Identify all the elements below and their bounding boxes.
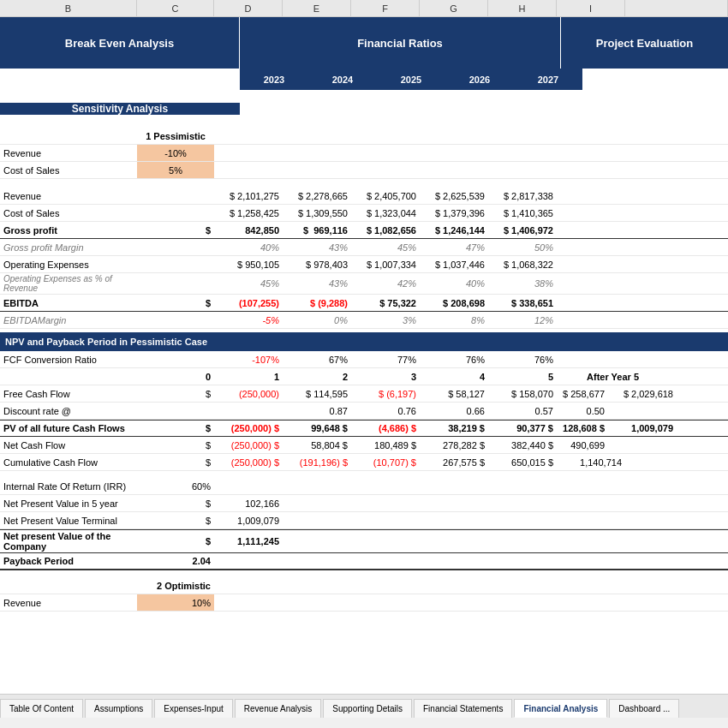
empty <box>137 351 214 367</box>
ncf-sign: $ <box>137 437 214 453</box>
after-year-5: After Year 5 <box>557 368 642 385</box>
rev-optimistic-row: Revenue 10% <box>0 594 728 612</box>
fcf-conv-label: FCF Conversion Ratio <box>0 351 137 367</box>
tab-financial-analysis[interactable]: Financial Analysis <box>514 699 607 718</box>
year-2026: 2026 <box>445 69 514 90</box>
opex-pct-2024: 43% <box>283 273 351 294</box>
cogs-2025: $ 1,323,044 <box>351 205 420 221</box>
col-h: H <box>488 0 557 16</box>
irr-row: Internal Rate Of Return (IRR) 60% <box>0 478 728 495</box>
em-2027: 12% <box>488 312 557 328</box>
fcf-0: (250,000) <box>214 385 283 402</box>
pv-5: 128,608 $ <box>557 421 608 436</box>
cogs-2027: $ 1,410,365 <box>488 205 557 221</box>
gp-dollar: $ <box>137 222 214 238</box>
empty-f <box>351 128 420 144</box>
gm-2026: 47% <box>420 239 488 255</box>
optimistic-label: 2 Optimistic <box>137 577 214 594</box>
revenue-label: Revenue <box>0 188 137 204</box>
empty <box>0 577 137 594</box>
col-f: F <box>351 0 420 16</box>
disc-3: 0.66 <box>420 403 488 419</box>
opex-2024: $ 978,403 <box>283 256 351 272</box>
tab-supporting-details[interactable]: Supporting Details <box>323 699 412 718</box>
pv-sign: $ <box>137 421 214 436</box>
gp-2026: $ 1,246,144 <box>420 222 488 238</box>
em-2024: 0% <box>283 312 351 328</box>
empty <box>137 403 214 419</box>
npv-term-label: Net Present Value Terminal <box>0 512 137 528</box>
pv-label: PV of all future Cash Flows <box>0 421 137 436</box>
empty-h <box>488 128 557 144</box>
revenue-pct-value: -10% <box>137 145 214 161</box>
disc-2: 0.76 <box>351 403 420 419</box>
sensitivity-header-row: Sensitivity Analysis <box>0 95 728 122</box>
ebitda-2025: $ 75,322 <box>351 295 420 311</box>
rev-opt-label: Revenue <box>0 594 137 611</box>
cogs-label: Cost of Sales <box>0 205 137 221</box>
opex-pct-2026: 40% <box>420 273 488 294</box>
period-3: 3 <box>351 368 420 385</box>
fcf-conv-4: 76% <box>488 351 557 367</box>
tab-revenue-analysis[interactable]: Revenue Analysis <box>235 699 322 718</box>
year-2027: 2027 <box>514 69 582 90</box>
column-headers: B C D E F G H I <box>0 0 728 17</box>
pessimistic-label: 1 Pessimistic <box>137 128 214 144</box>
ncf-1: 58,804 $ <box>283 437 351 453</box>
optimistic-row: 2 Optimistic <box>0 577 728 594</box>
fcf-2: $ (6,197) <box>351 385 420 402</box>
gross-profit-label: Gross profit <box>0 222 137 238</box>
col-i: I <box>557 0 625 16</box>
empty <box>351 162 420 178</box>
ncf-2: 180,489 $ <box>351 437 420 453</box>
rev-opt-pct: 10% <box>137 594 214 611</box>
pv-row: PV of all future Cash Flows $ (250,000) … <box>0 420 728 437</box>
tab-table-of-content[interactable]: Table Of Content <box>0 699 83 718</box>
cogs-2024: $ 1,309,550 <box>283 205 351 221</box>
em-2023: -5% <box>214 312 283 328</box>
ebitda-2023: (107,255) <box>214 295 283 311</box>
rev-2025: $ 2,405,700 <box>351 188 420 204</box>
ncf-0: (250,000) $ <box>214 437 283 453</box>
npv5-sign: $ <box>137 495 214 511</box>
fcf-4: $ 158,070 <box>488 385 557 402</box>
opex-2027: $ 1,068,322 <box>488 256 557 272</box>
npv-section-header: NPV and Payback Period in Pessimistic Ca… <box>0 332 728 351</box>
empty <box>283 145 351 161</box>
gross-margin-label: Gross profit Margin <box>0 239 137 255</box>
empty-g <box>420 128 488 144</box>
opex-row: Operating Expenses $ 950,105 $ 978,403 $… <box>0 256 728 273</box>
irr-value: 60% <box>137 478 214 494</box>
ebitda-margin-label: EBITDAMargin <box>0 312 137 328</box>
tab-dashboard[interactable]: Dashboard ... <box>609 699 679 718</box>
tab-assumptions[interactable]: Assumptions <box>85 699 152 718</box>
year-2025: 2025 <box>377 69 445 90</box>
project-eval-header: Project Evaluation <box>561 17 728 69</box>
break-even-header: Break Even Analysis <box>0 17 240 69</box>
discount-rate-row: Discount rate @ 0.87 0.76 0.66 0.57 0.50 <box>0 403 728 420</box>
ccf-2: (10,707) $ <box>351 454 420 470</box>
opex-pct-2025: 42% <box>351 273 420 294</box>
npv-company-sign: $ <box>137 530 214 552</box>
tab-financial-statements[interactable]: Financial Statements <box>414 699 512 718</box>
period-5: 5 <box>488 368 557 385</box>
col-rest <box>625 0 728 16</box>
payback-row: Payback Period 2.04 <box>0 553 728 570</box>
net-cash-flow-row: Net Cash Flow $ (250,000) $ 58,804 $ 180… <box>0 437 728 454</box>
col-g: G <box>420 0 488 16</box>
period-1: 1 <box>214 368 283 385</box>
fcf-conv-0: -107% <box>214 351 283 367</box>
empty-label <box>0 128 137 144</box>
disc-0 <box>214 403 283 419</box>
ebitda-2026: $ 208,698 <box>420 295 488 311</box>
npv-term-sign: $ <box>137 512 214 528</box>
pv-after: 1,009,079 <box>608 421 677 436</box>
empty <box>214 162 283 178</box>
empty <box>137 205 214 221</box>
npv5-row: Net Present Value in 5 year $ 102,166 <box>0 495 728 512</box>
empty <box>137 256 214 272</box>
em-2026: 8% <box>420 312 488 328</box>
tab-expenses-input[interactable]: Expenses-Input <box>154 699 233 718</box>
payback-value: 2.04 <box>137 553 214 569</box>
gm-2024: 43% <box>283 239 351 255</box>
